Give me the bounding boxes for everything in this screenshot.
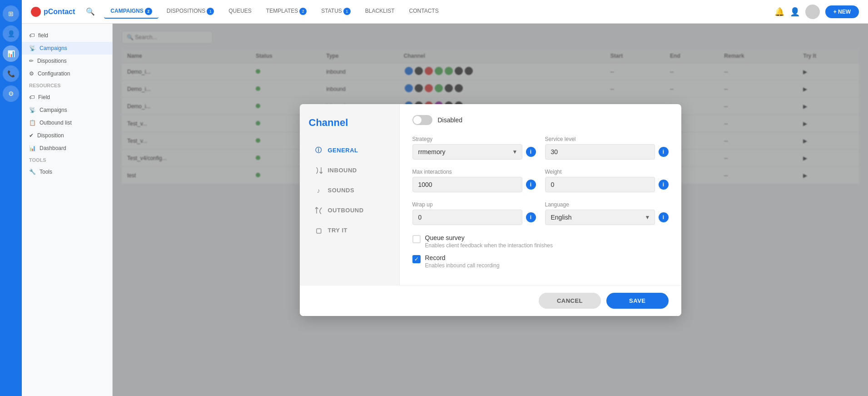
top-nav: pContact 🔍 CAMPAIGNS2 DISPOSITIONS1 QUEU… xyxy=(22,0,868,24)
tab-campaigns[interactable]: CAMPAIGNS2 xyxy=(104,5,158,19)
wrap-up-info-icon[interactable]: i xyxy=(526,212,536,222)
check-icon: ✔ xyxy=(29,132,34,139)
language-info-icon[interactable]: i xyxy=(659,212,669,222)
sidebar-item-configuration[interactable]: ⚙ Configuration xyxy=(22,67,112,80)
max-interactions-field: Max interactions i xyxy=(412,169,536,192)
wrap-up-input[interactable] xyxy=(412,210,522,225)
top-nav-actions: 🔔 👤 + NEW xyxy=(774,5,859,19)
avatar[interactable] xyxy=(805,5,820,19)
sidebar-item-dispositions[interactable]: ✏ Dispositions xyxy=(22,55,112,67)
content-area: Name Status Type Channel Start End Remar… xyxy=(113,24,868,396)
form-grid-row2: Max interactions i Weight xyxy=(412,169,669,192)
nav-user-icon[interactable]: 👤 xyxy=(3,25,19,42)
channel-modal: Channel ⓘ GENERAL xyxy=(300,104,681,316)
modal-body: Channel ⓘ GENERAL xyxy=(300,104,681,285)
strategy-input-wrap: rrmemory roundrobin random leastrecent ▼ xyxy=(412,144,536,160)
pencil-icon: ✏ xyxy=(29,58,34,64)
modal-title: Channel xyxy=(309,117,390,129)
logo-dot xyxy=(31,7,41,17)
modal-footer: CANCEL SAVE xyxy=(300,285,681,316)
wrap-up-input-wrap: i xyxy=(412,210,536,225)
new-button[interactable]: + NEW xyxy=(825,5,859,18)
modal-nav-try-it[interactable]: ▢ TRY IT xyxy=(309,221,390,240)
bell-icon[interactable]: 🔔 xyxy=(774,7,784,17)
queue-survey-checkbox[interactable] xyxy=(412,235,421,243)
language-select[interactable]: English Spanish French Portuguese xyxy=(545,210,655,225)
tab-contacts[interactable]: CONTACTS xyxy=(403,5,445,19)
modal-nav-general[interactable]: ⓘ GENERAL xyxy=(309,141,390,160)
weight-input[interactable] xyxy=(545,177,655,192)
form-grid-row1: Strategy rrmemory roundrobin random xyxy=(412,136,669,160)
nav-home-icon[interactable]: ⊞ xyxy=(3,5,19,22)
strategy-info-icon[interactable]: i xyxy=(526,147,536,157)
tab-blacklist[interactable]: BLACKLIST xyxy=(359,5,401,19)
sidebar-item-field[interactable]: 🏷 field xyxy=(22,29,112,42)
tab-dispositions[interactable]: DISPOSITIONS1 xyxy=(160,5,220,19)
sidebar-item-dashboard[interactable]: 📊 Dashboard xyxy=(22,142,112,155)
search-icon[interactable]: 🔍 xyxy=(86,7,95,16)
service-level-info-icon[interactable]: i xyxy=(659,147,669,157)
sidebar-item-tools[interactable]: 🔧 Tools xyxy=(22,165,112,178)
sidebar-item-campaigns2[interactable]: 📡 Campaigns xyxy=(22,104,112,116)
weight-input-wrap: i xyxy=(545,177,669,192)
tab-status[interactable]: STATUS1 xyxy=(315,5,357,19)
max-interactions-input[interactable] xyxy=(412,177,522,192)
field-icon: 🏷 xyxy=(29,94,35,100)
top-nav-tabs: CAMPAIGNS2 DISPOSITIONS1 QUEUES TEMPLATE… xyxy=(104,5,772,19)
modal-overlay[interactable]: Channel ⓘ GENERAL xyxy=(113,24,868,396)
tab-templates[interactable]: TEMPLATES2 xyxy=(260,5,313,19)
square-icon: ▢ xyxy=(314,226,323,235)
service-level-label: Service level xyxy=(545,136,669,142)
modal-nav-sounds[interactable]: ♪ SOUNDS xyxy=(309,181,390,200)
service-level-input-wrap: i xyxy=(545,144,669,160)
chart-icon: 📊 xyxy=(29,145,36,151)
weight-label: Weight xyxy=(545,169,669,175)
strategy-select[interactable]: rrmemory roundrobin random leastrecent xyxy=(412,144,522,160)
wrap-up-field: Wrap up i xyxy=(412,201,536,225)
max-interactions-info-icon[interactable]: i xyxy=(526,180,536,190)
app-logo: pContact xyxy=(31,7,75,17)
queue-survey-desc: Enables client feedback when the interac… xyxy=(425,242,553,249)
main-content: pContact 🔍 CAMPAIGNS2 DISPOSITIONS1 QUEU… xyxy=(22,0,868,396)
sidebar-item-campaigns[interactable]: 📡 Campaigns xyxy=(22,42,112,55)
queue-survey-row: Queue survey Enables client feedback whe… xyxy=(412,234,669,249)
wrap-up-label: Wrap up xyxy=(412,201,536,208)
sidebar-item-field2[interactable]: 🏷 Field xyxy=(22,91,112,104)
service-level-field: Service level i xyxy=(545,136,669,160)
queue-survey-label: Queue survey xyxy=(425,234,553,241)
max-interactions-label: Max interactions xyxy=(412,169,536,175)
resources-section-label: RESOURCES xyxy=(22,80,112,91)
list-icon: 📋 xyxy=(29,120,36,126)
logo-text: pContact xyxy=(44,8,75,16)
left-nav-sidebar: ⊞ 👤 📊 📞 ⚙ xyxy=(0,0,22,396)
gear-icon: ⚙ xyxy=(29,70,34,77)
toggle-row: Disabled xyxy=(412,115,669,125)
campaigns-icon: 📡 xyxy=(29,107,36,113)
tab-queues[interactable]: QUEUES xyxy=(222,5,258,19)
record-checkbox[interactable]: ✓ xyxy=(412,255,421,263)
nav-settings-icon[interactable]: ⚙ xyxy=(3,85,19,102)
nav-campaigns-icon[interactable]: 📊 xyxy=(3,45,19,62)
strategy-label: Strategy xyxy=(412,136,536,142)
language-input-wrap: English Spanish French Portuguese ▼ xyxy=(545,210,669,225)
language-field: Language English Spanish French xyxy=(545,201,669,225)
cancel-button[interactable]: CANCEL xyxy=(539,293,601,309)
disabled-toggle[interactable] xyxy=(412,115,432,125)
checkbox-section: Queue survey Enables client feedback whe… xyxy=(412,234,669,269)
modal-nav-inbound[interactable]: INBOUND xyxy=(309,161,390,180)
queue-survey-content: Queue survey Enables client feedback whe… xyxy=(425,234,553,249)
second-sidebar: 🏷 field 📡 Campaigns ✏ Dispositions ⚙ Con… xyxy=(22,24,113,396)
record-row: ✓ Record Enables inbound call recording xyxy=(412,254,669,269)
nav-phone-icon[interactable]: 📞 xyxy=(3,65,19,82)
max-interactions-input-wrap: i xyxy=(412,177,536,192)
weight-info-icon[interactable]: i xyxy=(659,180,669,190)
save-button[interactable]: SAVE xyxy=(606,293,668,309)
user-profile-icon[interactable]: 👤 xyxy=(790,7,800,17)
strategy-field: Strategy rrmemory roundrobin random xyxy=(412,136,536,160)
modal-nav-outbound[interactable]: OUTBOUND xyxy=(309,201,390,220)
sidebar-item-outbound-list[interactable]: 📋 Outbound list xyxy=(22,116,112,129)
service-level-input[interactable] xyxy=(545,144,655,160)
sidebar-item-disposition2[interactable]: ✔ Disposition xyxy=(22,129,112,142)
broadcast-icon: 📡 xyxy=(29,45,36,51)
modal-sidebar: Channel ⓘ GENERAL xyxy=(300,104,400,285)
